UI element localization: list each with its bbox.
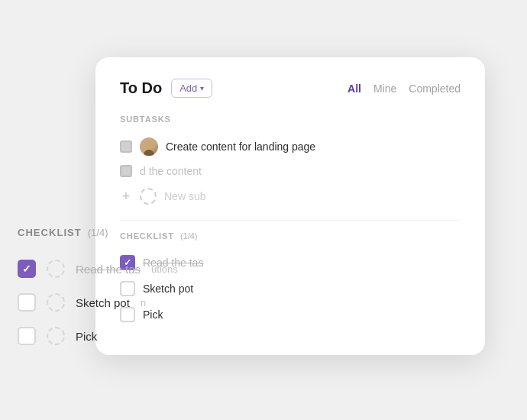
mag-dashed-3 [47, 327, 65, 345]
filter-tab-mine[interactable]: Mine [373, 82, 396, 95]
magnify-overlay: CHECKLIST (1/4) ✓ Read the tas utions Sk… [0, 187, 210, 401]
mag-check-icon-1: ✓ [22, 263, 31, 275]
mag-checklist-header: CHECKLIST (1/4) [18, 227, 186, 238]
add-button-label: Add [179, 82, 197, 94]
mag-checkbox-1[interactable]: ✓ [18, 260, 36, 278]
subtask-text-2: d the content [140, 165, 202, 177]
mag-checkbox-3[interactable] [18, 327, 36, 345]
subtask-checkbox-2[interactable] [120, 165, 132, 177]
subtask-checkbox-1[interactable] [120, 141, 132, 153]
magnify-content: CHECKLIST (1/4) ✓ Read the tas utions Sk… [0, 187, 210, 401]
header-row: To Do Add ▾ All Mine Completed [120, 79, 461, 98]
header-left: To Do Add ▾ [120, 79, 212, 98]
mag-row-1: ✓ Read the tas utions [18, 252, 186, 286]
mag-dashed-2 [47, 293, 65, 312]
mag-checklist-count: (1/4) [88, 227, 108, 238]
subtask-text-1: Create content for landing page [166, 141, 315, 153]
page-title: To Do [120, 79, 162, 97]
filter-tabs: All Mine Completed [348, 82, 461, 95]
mag-item-2-suffix: n [141, 297, 146, 309]
filter-tab-all[interactable]: All [348, 82, 361, 95]
mag-item-3: Pick [76, 330, 97, 343]
mag-row-3: Pick [18, 319, 186, 353]
add-button[interactable]: Add ▾ [171, 79, 212, 98]
avatar-1 [140, 137, 158, 156]
avatar-face-1 [140, 137, 158, 156]
mag-item-1: Read the tas [76, 263, 141, 276]
mag-item-2: Sketch pot [76, 296, 130, 309]
chevron-down-icon: ▾ [200, 84, 204, 92]
filter-tab-completed[interactable]: Completed [409, 82, 461, 95]
subtask-row-2: d the content [120, 160, 461, 182]
mag-checklist-label: CHECKLIST [18, 227, 82, 238]
scene: To Do Add ▾ All Mine Completed SUBTASKS [34, 34, 493, 386]
mag-dashed-1 [47, 260, 65, 278]
subtasks-label: SUBTASKS [120, 115, 461, 124]
mag-row-2: Sketch pot n [18, 286, 186, 319]
mag-item-1-suffix: utions [151, 263, 178, 275]
mag-checkbox-2[interactable] [18, 293, 36, 312]
subtask-row-1: Create content for landing page [120, 133, 461, 160]
